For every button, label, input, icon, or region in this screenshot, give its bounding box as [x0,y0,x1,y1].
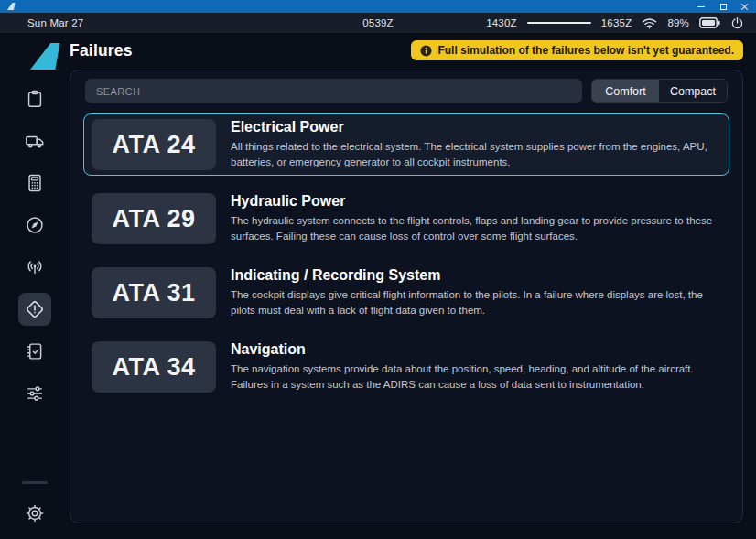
wifi-icon [642,17,657,29]
sidebar-item-checklists[interactable] [18,335,51,368]
app-main: Failures Full simulation of the failures… [0,35,756,539]
broadcast-icon [25,257,45,277]
sliders-icon [25,383,45,404]
failure-title: Hydraulic Power [231,193,721,210]
ata-code-badge: ATA 24 [92,119,216,170]
ata-code-badge: ATA 29 [92,193,216,244]
clipboard-icon [25,89,45,109]
os-titlebar [0,0,756,13]
failure-description: The cockpit displays give critical fligh… [231,287,721,318]
sidebar-item-settings[interactable] [18,497,51,530]
battery-icon [699,17,720,28]
failure-title: Navigation [231,341,721,358]
maximize-icon[interactable] [719,3,727,10]
sidebar-item-radio[interactable] [18,251,51,284]
ata-code-badge: ATA 34 [92,341,216,393]
close-icon[interactable] [741,3,749,10]
failure-description: All things related to the electrical sys… [231,139,721,170]
failure-description: The navigation systems provide data abou… [231,361,721,393]
truck-icon [25,131,45,151]
info-icon [420,45,432,57]
toolbar: Comfort Compact [85,79,728,103]
failure-card-ata29[interactable]: ATA 29 Hydraulic Power The hydraulic sys… [83,188,729,250]
leg-end-time: 1635Z [601,17,632,28]
sidebar-item-ground-services[interactable] [18,124,51,157]
failure-card-ata34[interactable]: ATA 34 Navigation The navigation systems… [83,336,729,398]
app-icon [7,3,16,10]
failure-card-ata31[interactable]: ATA 31 Indicating / Recording System The… [83,262,729,324]
failures-panel: Comfort Compact ATA 24 Electrical Power … [70,70,743,523]
warning-banner-text: Full simulation of the failures below is… [437,44,734,57]
brand-logo-icon [30,43,63,70]
gear-icon [25,503,45,523]
search-input[interactable] [85,79,582,103]
sidebar-divider [22,481,48,484]
failure-description: The hydraulic system connects to the fli… [231,213,721,244]
sidebar-item-options[interactable] [18,377,51,410]
leg-progress-line [527,22,591,24]
status-bar: Sun Mar 27 0539Z 1430Z 1635Z 89% [0,13,756,34]
failure-card-ata24[interactable]: ATA 24 Electrical Power All things relat… [83,113,729,176]
minimize-icon[interactable] [697,3,705,10]
battery-percent: 89% [667,17,689,28]
view-compact-button[interactable]: Compact [659,80,727,102]
ata-code-badge: ATA 31 [92,267,216,318]
calculator-icon [25,173,45,193]
sidebar [18,82,51,419]
failure-diamond-icon [25,299,45,319]
sidebar-item-clipboard[interactable] [18,82,51,115]
compass-icon [25,215,45,235]
warning-banner: Full simulation of the failures below is… [411,40,743,60]
power-icon[interactable] [730,16,744,30]
failure-title: Indicating / Recording System [231,267,721,284]
sidebar-item-navigation[interactable] [18,209,51,242]
leg-start-time: 1430Z [486,17,517,28]
sidebar-item-failures[interactable] [18,293,51,326]
view-comfort-button[interactable]: Comfort [592,80,659,102]
view-mode-toggle: Comfort Compact [591,79,728,103]
page-title: Failures [70,41,133,60]
failure-card-list: ATA 24 Electrical Power All things relat… [83,113,729,398]
checklist-icon [25,341,45,361]
failure-title: Electrical Power [231,119,721,135]
sidebar-item-performance[interactable] [18,167,51,199]
